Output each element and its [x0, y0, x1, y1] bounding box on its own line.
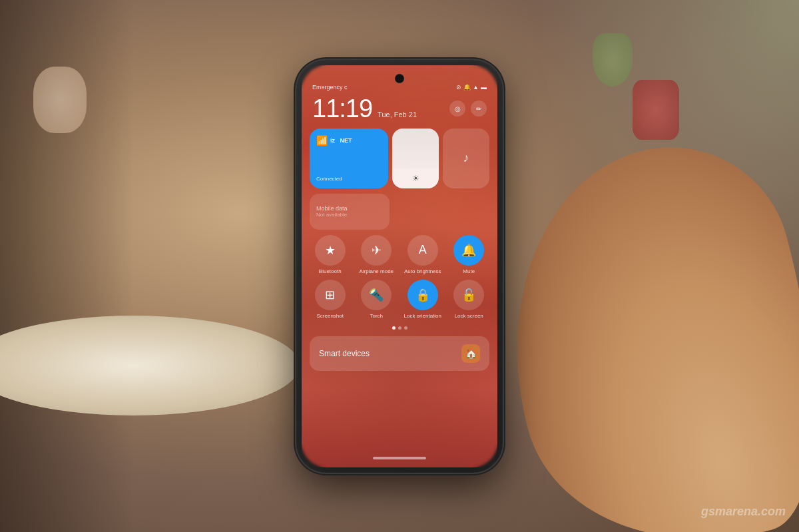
lock-screen-label: Lock screen: [455, 313, 483, 320]
lock-orientation-action[interactable]: 🔒 Lock orientation: [402, 280, 443, 320]
site-watermark: gsmarena.com: [701, 505, 786, 519]
bluetooth-label: Bluetooth: [319, 268, 342, 275]
emergency-text: Emergency c: [312, 84, 348, 91]
edit-icon: ✏: [476, 105, 481, 113]
home-indicator[interactable]: [373, 457, 426, 459]
quick-actions-grid: ★ Bluetooth ✈ Airplane mode: [310, 235, 489, 320]
smart-devices-label: Smart devices: [319, 349, 370, 358]
airplane-label: Airplane mode: [359, 268, 394, 275]
control-panel: 11:19 Tue, Feb 21 ◎ ✏: [310, 95, 489, 454]
screenshot-icon: ⊞: [325, 288, 335, 302]
bg-object-1: [33, 67, 87, 133]
wifi-status-icon: ▲: [473, 84, 479, 91]
sound-icon: ♪: [463, 151, 469, 165]
brightness-tile[interactable]: ☀: [392, 129, 439, 188]
screenshot-action[interactable]: ⊞ Screenshot: [310, 280, 351, 320]
edit-icon-btn[interactable]: ✏: [471, 101, 487, 117]
mobile-data-title: Mobile data: [316, 205, 383, 212]
screenshot-label: Screenshot: [317, 313, 344, 320]
airplane-action[interactable]: ✈ Airplane mode: [356, 235, 398, 275]
page-dot-3: [404, 326, 407, 330]
wifi-tile-header: 📶 iz NET: [316, 135, 382, 146]
screenshot-btn[interactable]: ⊞: [315, 280, 346, 310]
time-action-icons: ◎ ✏: [449, 101, 487, 117]
torch-btn[interactable]: 🔦: [361, 280, 392, 310]
home-icon: 🏠: [465, 348, 477, 359]
phone-wrapper: Emergency c ⊘ 🔔 ▲ ▬ 11:19 Tue, Feb 21: [296, 60, 503, 473]
smart-devices-tile[interactable]: Smart devices 🏠: [310, 336, 489, 371]
lock-orientation-label: Lock orientation: [404, 313, 441, 320]
battery-icon: ▬: [481, 84, 487, 91]
wifi-info: iz NET: [330, 137, 352, 144]
wifi-icon: 📶: [316, 135, 328, 146]
auto-brightness-label: Auto brightness: [404, 268, 441, 275]
mute-action[interactable]: 🔔 Mute: [449, 235, 490, 275]
mute-btn[interactable]: 🔔: [453, 235, 484, 266]
lock-orientation-btn[interactable]: 🔒: [407, 280, 438, 310]
clock-time: 11:19: [312, 95, 372, 123]
clock-date: Tue, Feb 21: [378, 111, 417, 119]
time-display: 11:19 Tue, Feb 21: [312, 95, 417, 123]
sound-tile[interactable]: ♪: [443, 129, 489, 188]
brightness-icon: ☀: [412, 174, 419, 183]
bluetooth-btn[interactable]: ★: [315, 235, 346, 266]
torch-icon: 🔦: [369, 288, 384, 302]
phone-screen: Emergency c ⊘ 🔔 ▲ ▬ 11:19 Tue, Feb 21: [302, 65, 497, 467]
mobile-data-sub: Not available: [316, 212, 383, 218]
bg-table: [0, 316, 300, 415]
lock-screen-action[interactable]: 🔓 Lock screen: [449, 280, 490, 320]
focus-icon-btn[interactable]: ◎: [449, 101, 465, 117]
time-row: 11:19 Tue, Feb 21 ◎ ✏: [310, 95, 489, 123]
page-dot-2: [398, 326, 401, 330]
status-bar: Emergency c ⊘ 🔔 ▲ ▬: [312, 84, 487, 91]
status-icons: ⊘ 🔔 ▲ ▬: [456, 84, 487, 91]
volume-icon: 🔔: [463, 84, 471, 91]
brightness-track: [392, 129, 439, 168]
page-dot-1: [392, 326, 396, 330]
torch-label: Torch: [370, 313, 383, 320]
mobile-data-row: Mobile data Not available: [310, 194, 489, 230]
wifi-tile[interactable]: 📶 iz NET Connected: [310, 129, 388, 188]
lock-orientation-icon: 🔒: [415, 288, 430, 302]
main-tiles-row: 📶 iz NET Connected: [310, 129, 489, 188]
mute-icon: 🔔: [461, 243, 476, 258]
smart-devices-icon: 🏠: [461, 344, 480, 363]
signal-icon: ⊘: [456, 84, 461, 91]
phone-device: Emergency c ⊘ 🔔 ▲ ▬ 11:19 Tue, Feb 21: [296, 60, 503, 473]
bg-red-object: [633, 80, 679, 140]
wifi-ssid: iz NET: [330, 137, 352, 144]
auto-brightness-icon: A: [419, 243, 427, 257]
focus-icon: ◎: [455, 105, 461, 113]
camera-hole: [396, 75, 403, 83]
mobile-data-tile[interactable]: Mobile data Not available: [310, 194, 390, 230]
torch-action[interactable]: 🔦 Torch: [356, 280, 398, 320]
auto-brightness-action[interactable]: A Auto brightness: [402, 235, 443, 275]
bluetooth-action[interactable]: ★ Bluetooth: [310, 235, 351, 275]
airplane-btn[interactable]: ✈: [361, 235, 392, 266]
wifi-connected-status: Connected: [316, 176, 382, 182]
tile-spacer: [394, 194, 489, 230]
lock-screen-btn[interactable]: 🔓: [453, 280, 484, 310]
airplane-icon: ✈: [372, 243, 382, 258]
page-dots: [310, 326, 489, 330]
mute-label: Mute: [463, 268, 475, 275]
auto-brightness-btn[interactable]: A: [407, 235, 438, 266]
lock-screen-icon: 🔓: [461, 288, 476, 302]
bg-object-2: [593, 33, 633, 87]
bluetooth-icon: ★: [325, 243, 336, 258]
